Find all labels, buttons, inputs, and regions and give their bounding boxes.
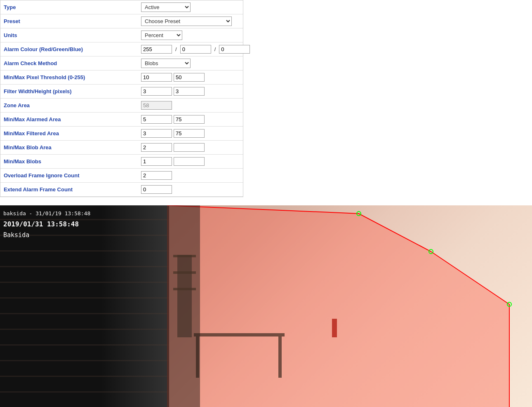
- filter-wh-control: 3 3: [139, 85, 243, 97]
- max-alarmed-input[interactable]: 75: [174, 115, 205, 124]
- min-max-pixel-row: Min/Max Pixel Threshold (0-255) 10 50: [0, 71, 243, 85]
- alarm-check-method-control: Blobs AlarmedPixels FilteredPixels: [139, 57, 243, 70]
- min-max-filtered-label: Min/Max Filtered Area: [0, 128, 139, 139]
- units-control: Percent Pixels: [139, 29, 243, 42]
- alarm-check-method-label: Alarm Check Method: [0, 58, 139, 68]
- overload-control: 2: [139, 169, 243, 181]
- units-row: Units Percent Pixels: [0, 28, 243, 42]
- min-max-pixel-label: Min/Max Pixel Threshold (0-255): [0, 72, 139, 82]
- alarm-check-method-select[interactable]: Blobs AlarmedPixels FilteredPixels: [141, 59, 191, 68]
- zone-area-input: 58: [141, 101, 172, 110]
- min-max-alarmed-label: Min/Max Alarmed Area: [0, 114, 139, 125]
- min-alarmed-input[interactable]: 5: [141, 115, 172, 124]
- zone-area-label: Zone Area: [0, 100, 139, 111]
- min-max-alarmed-control: 5 75: [139, 113, 243, 125]
- filter-h-input[interactable]: 3: [174, 87, 205, 96]
- extend-control: 0: [139, 184, 243, 195]
- alarm-colour-row: Alarm Colour (Red/Green/Blue) 255 / 0 / …: [0, 42, 243, 56]
- min-max-alarmed-row: Min/Max Alarmed Area 5 75: [0, 113, 243, 127]
- units-select[interactable]: Percent Pixels: [141, 31, 182, 40]
- zone-area-control: 58: [139, 99, 243, 111]
- camera-debug-timestamp: baksida - 31/01/19 13:58:48: [3, 209, 90, 218]
- min-max-blobs-row: Min/Max Blobs 1: [0, 155, 243, 169]
- min-blob-area-input[interactable]: 2: [141, 143, 172, 152]
- min-max-filtered-row: Min/Max Filtered Area 3 75: [0, 127, 243, 141]
- extend-input[interactable]: 0: [141, 185, 172, 194]
- camera-datetime: 2019/01/31 13:58:48: [3, 219, 90, 230]
- extend-label: Extend Alarm Frame Count: [0, 184, 139, 195]
- min-max-filtered-control: 3 75: [139, 127, 243, 139]
- min-blobs-input[interactable]: 1: [141, 157, 172, 166]
- slash-separator-1: /: [174, 46, 179, 52]
- alarm-check-method-row: Alarm Check Method Blobs AlarmedPixels F…: [0, 56, 243, 71]
- max-pixel-input[interactable]: 50: [174, 73, 205, 82]
- max-blob-area-input[interactable]: [174, 143, 205, 152]
- camera-info: baksida - 31/01/19 13:58:48 2019/01/31 1…: [3, 209, 90, 240]
- filter-wh-row: Filter Width/Height (pixels) 3 3: [0, 85, 243, 99]
- preset-select[interactable]: Choose Preset Low Medium High: [141, 16, 232, 26]
- filter-w-input[interactable]: 3: [141, 87, 172, 96]
- min-max-blob-area-row: Min/Max Blob Area 2: [0, 141, 243, 155]
- min-filtered-input[interactable]: 3: [141, 129, 172, 138]
- zone-polygon-fill: [167, 205, 509, 407]
- extend-row: Extend Alarm Frame Count 0: [0, 183, 243, 197]
- min-pixel-input[interactable]: 10: [141, 73, 172, 82]
- preset-control: Choose Preset Low Medium High: [139, 15, 243, 28]
- preset-label: Preset: [0, 16, 139, 26]
- min-max-pixel-control: 10 50: [139, 71, 243, 83]
- alarm-colour-g-input[interactable]: 0: [180, 45, 211, 54]
- door-frame: [167, 205, 200, 407]
- table-top: [194, 333, 285, 336]
- min-max-blob-area-label: Min/Max Blob Area: [0, 142, 139, 153]
- max-blobs-input[interactable]: [174, 157, 205, 166]
- max-filtered-input[interactable]: 75: [174, 129, 205, 138]
- slash-separator-2: /: [213, 46, 218, 52]
- alarm-colour-r-input[interactable]: 255: [141, 45, 172, 54]
- filter-wh-label: Filter Width/Height (pixels): [0, 86, 139, 96]
- type-control: Active Inactive Monitor Modect Record Mo…: [139, 1, 243, 14]
- camera-name: Baksida: [3, 230, 90, 240]
- min-max-blob-area-control: 2: [139, 141, 243, 153]
- min-max-blobs-control: 1: [139, 155, 243, 167]
- type-row: Type Active Inactive Monitor Modect Reco…: [0, 0, 243, 14]
- alarm-colour-label: Alarm Colour (Red/Green/Blue): [0, 44, 139, 54]
- table-leg-right: [278, 336, 282, 378]
- preset-row: Preset Choose Preset Low Medium High: [0, 14, 243, 28]
- type-label: Type: [0, 2, 139, 12]
- settings-panel: Type Active Inactive Monitor Modect Reco…: [0, 0, 243, 197]
- alarm-colour-control: 255 / 0 / 0: [139, 43, 252, 55]
- zone-area-row: Zone Area 58: [0, 99, 243, 113]
- overload-input[interactable]: 2: [141, 171, 172, 180]
- type-select[interactable]: Active Inactive Monitor Modect Record Mo…: [141, 2, 191, 12]
- camera-feed: baksida - 31/01/19 13:58:48 2019/01/31 1…: [0, 205, 532, 407]
- red-object: [332, 319, 337, 337]
- alarm-colour-b-input[interactable]: 0: [219, 45, 250, 54]
- units-label: Units: [0, 30, 139, 40]
- overload-row: Overload Frame Ignore Count 2: [0, 169, 243, 183]
- min-max-blobs-label: Min/Max Blobs: [0, 156, 139, 167]
- overload-label: Overload Frame Ignore Count: [0, 170, 139, 181]
